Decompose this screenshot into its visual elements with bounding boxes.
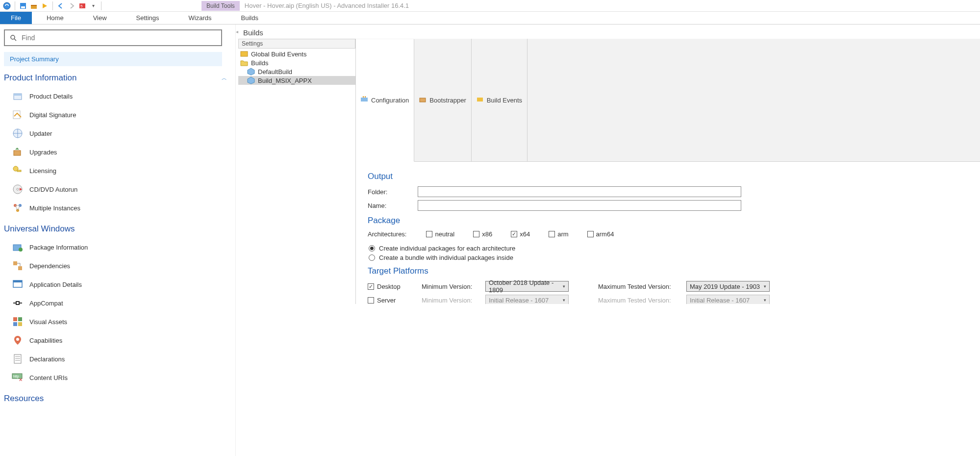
nodes-icon: [12, 202, 24, 214]
run-icon[interactable]: [40, 1, 50, 11]
svg-rect-2: [21, 6, 25, 8]
nav-upgrades[interactable]: Upgrades: [9, 143, 231, 161]
chk-desktop[interactable]: Desktop: [368, 283, 412, 290]
tab-builds[interactable]: Builds: [226, 12, 273, 24]
group-resources[interactable]: Resources: [4, 394, 227, 404]
svg-point-33: [16, 338, 19, 341]
title-bar: 5 ▾ Build Tools Hover - Hover.aip (Engli…: [0, 0, 980, 12]
svg-rect-28: [13, 280, 22, 282]
tab-view[interactable]: View: [78, 12, 122, 24]
svg-point-24: [19, 248, 23, 252]
svg-rect-45: [363, 96, 364, 98]
chk-arm[interactable]: arm: [549, 230, 568, 238]
context-tab-build-tools: Build Tools: [201, 1, 240, 11]
tab-bootstrapper[interactable]: Bootstrapper: [414, 39, 471, 161]
nav-digital-signature[interactable]: Digital Signature: [9, 105, 231, 124]
group-product-information[interactable]: Product Information ︿: [4, 73, 227, 83]
form-tabs: Configuration Bootstrapper Build Events: [356, 39, 980, 162]
left-sidebar: Project Summary Product Information ︿ Pr…: [0, 25, 235, 456]
search-field[interactable]: [21, 33, 216, 42]
folder-icon: [240, 59, 248, 67]
chk-server[interactable]: Server: [368, 297, 412, 304]
options-icon[interactable]: 5: [77, 1, 87, 11]
tab-wizards[interactable]: Wizards: [174, 12, 226, 24]
svg-rect-32: [18, 322, 22, 326]
search-input[interactable]: [4, 29, 222, 46]
tab-settings[interactable]: Settings: [122, 12, 174, 24]
assets-icon: [12, 316, 24, 328]
tree-default-build[interactable]: DefaultBuild: [238, 67, 355, 76]
bootstrap-icon: [419, 96, 427, 104]
splitter-thumb[interactable]: ◂: [236, 29, 238, 34]
window-icon: [12, 279, 24, 290]
nav-capabilities[interactable]: Capabilities: [9, 331, 231, 350]
input-name[interactable]: [418, 200, 741, 211]
app-icon: [2, 1, 12, 11]
svg-rect-25: [13, 261, 17, 265]
chk-x86[interactable]: x86: [473, 230, 492, 238]
search-icon: [10, 34, 17, 41]
select-desktop-min[interactable]: October 2018 Update - 1809▾: [485, 281, 569, 292]
save-icon[interactable]: [18, 1, 28, 11]
tree-build-msix-appx[interactable]: Build_MSIX_APPX: [238, 76, 355, 85]
label-name: Name:: [368, 202, 418, 209]
select-desktop-max[interactable]: May 2019 Update - 1903▾: [686, 281, 770, 292]
chk-arm64[interactable]: arm64: [587, 230, 614, 238]
nav-application-details[interactable]: Application Details: [9, 275, 231, 294]
section-output: Output: [368, 172, 972, 181]
tab-file[interactable]: File: [0, 12, 32, 24]
window-title: Hover - Hover.aip (English US) - Advance…: [245, 2, 409, 9]
svg-rect-29: [13, 317, 17, 321]
svg-rect-44: [361, 98, 368, 101]
nav-product-details[interactable]: Product Details: [9, 87, 231, 105]
chk-x64[interactable]: x64: [511, 230, 530, 238]
nav-visual-assets[interactable]: Visual Assets: [9, 312, 231, 331]
content-title: Builds: [238, 25, 980, 39]
tree-builds-folder[interactable]: Builds: [238, 58, 355, 67]
forward-icon[interactable]: [67, 1, 76, 11]
nav-appcompat[interactable]: AppCompat: [9, 294, 231, 312]
nav-package-information[interactable]: Package Information: [9, 238, 231, 256]
svg-line-9: [14, 39, 16, 41]
nav-dependencies[interactable]: Dependencies: [9, 256, 231, 275]
svg-rect-41: [241, 51, 248, 56]
globe-icon: [12, 127, 24, 139]
back-icon[interactable]: [56, 1, 66, 11]
svg-point-0: [3, 2, 10, 9]
svg-rect-16: [17, 170, 21, 172]
cube-icon: [247, 68, 255, 76]
tab-configuration[interactable]: Configuration: [356, 39, 414, 162]
section-target-platforms: Target Platforms: [368, 266, 972, 276]
chevron-down-icon: ▾: [563, 298, 565, 303]
svg-marker-42: [248, 68, 254, 75]
label-desktop-min: Minimum Version:: [422, 283, 476, 290]
nav-multiple-instances[interactable]: Multiple Instances: [9, 199, 231, 217]
radio-individual-packages[interactable]: Create individual packages for each arch…: [369, 245, 972, 252]
nav-cd-dvd-autorun[interactable]: CD/DVD Autorun: [9, 180, 231, 199]
chevron-down-icon: ▾: [764, 284, 766, 289]
label-server-max: Maximum Tested Version:: [598, 297, 677, 304]
nav-updater[interactable]: Updater: [9, 124, 231, 143]
label-folder: Folder:: [368, 188, 418, 196]
tab-build-events[interactable]: Build Events: [472, 39, 528, 161]
svg-point-18: [17, 188, 19, 190]
nav-content-uris[interactable]: http✕Content URIs: [9, 368, 231, 387]
svg-rect-31: [13, 322, 17, 326]
svg-rect-35: [15, 356, 20, 357]
build-icon[interactable]: [29, 1, 39, 11]
chk-neutral[interactable]: neutral: [426, 230, 454, 238]
tree-global-build-events[interactable]: Global Build Events: [238, 50, 355, 58]
svg-text:5: 5: [80, 4, 83, 8]
group-universal-windows[interactable]: Universal Windows: [4, 224, 227, 234]
label-architectures: Architectures:: [368, 230, 406, 238]
svg-point-8: [11, 35, 15, 39]
radio-bundle[interactable]: Create a bundle with individual packages…: [369, 254, 972, 261]
label-server-min: Minimum Version:: [422, 297, 476, 304]
tab-home[interactable]: Home: [32, 12, 78, 24]
nav-licensing[interactable]: Licensing: [9, 161, 231, 180]
qat-dropdown-icon[interactable]: ▾: [88, 1, 98, 11]
sidebar-project-summary[interactable]: Project Summary: [4, 52, 222, 66]
plug-icon: [12, 297, 24, 309]
nav-declarations[interactable]: Declarations: [9, 350, 231, 368]
input-folder[interactable]: [418, 186, 741, 197]
